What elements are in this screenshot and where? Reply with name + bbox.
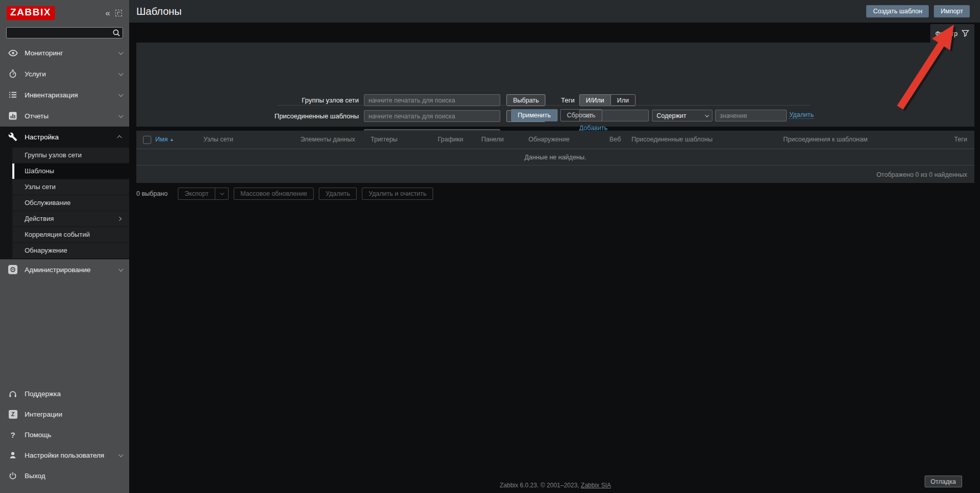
sidebar-item-administration[interactable]: ⚙ Администрирование bbox=[0, 259, 129, 280]
sidebar-item-label: Настройка bbox=[25, 133, 118, 141]
page-title: Шаблоны bbox=[136, 6, 181, 17]
sidebar-item-label: Инвентаризация bbox=[25, 91, 118, 99]
column-header-items: Элементы данных bbox=[300, 136, 355, 143]
delete-and-clear-button[interactable]: Удалить и очистить bbox=[362, 188, 433, 200]
main-content: Шаблоны Создать шаблон Импорт Фильтр Гру… bbox=[129, 0, 980, 493]
bar-chart-icon bbox=[8, 111, 18, 120]
eye-icon bbox=[8, 48, 18, 58]
search-icon[interactable] bbox=[112, 29, 120, 37]
chevron-right-icon bbox=[117, 217, 121, 221]
export-button[interactable]: Экспорт bbox=[178, 188, 215, 199]
host-groups-input[interactable] bbox=[364, 94, 500, 106]
sidebar-item-services[interactable]: Услуги bbox=[0, 64, 129, 85]
sort-asc-icon: ▲ bbox=[170, 137, 174, 142]
column-header-web: Веб bbox=[609, 136, 621, 143]
apply-button[interactable]: Применить bbox=[511, 109, 558, 121]
funnel-icon bbox=[962, 30, 969, 37]
debug-button[interactable]: Отладка bbox=[925, 476, 962, 487]
zabbix-sia-link[interactable]: Zabbix SIA bbox=[581, 482, 611, 489]
sidebar-item-reports[interactable]: Отчеты bbox=[0, 106, 129, 127]
gear-icon: ⚙ bbox=[8, 265, 18, 274]
footer: Zabbix 6.0.23. © 2001–2023, Zabbix SIA bbox=[136, 482, 974, 489]
sidebar-item-support[interactable]: Поддержка bbox=[0, 383, 129, 404]
configuration-section: Настройка Группы узлов сети Шаблоны Узлы… bbox=[0, 127, 129, 259]
chevron-down-icon bbox=[118, 452, 124, 457]
filter-tab-label: Фильтр bbox=[935, 30, 958, 37]
sidebar-item-integrations[interactable]: Z Интеграции bbox=[0, 404, 129, 424]
sidebar-item-label: Мониторинг bbox=[25, 49, 118, 57]
sidebar-item-label: Отчеты bbox=[25, 112, 118, 120]
chevron-down-icon bbox=[118, 266, 124, 272]
table-header-row: Имя▲ Узлы сети Элементы данных Триггеры … bbox=[136, 131, 974, 149]
tag-mode-and-or[interactable]: И/Или bbox=[580, 95, 610, 106]
mass-update-button[interactable]: Массовое обновление bbox=[234, 188, 314, 200]
reset-button[interactable]: Сбросить bbox=[560, 109, 602, 121]
sidebar: ZABBIX « Мониторинг Услуги bbox=[0, 0, 129, 493]
host-groups-label: Группы узлов сети bbox=[259, 94, 359, 106]
tag-value-input[interactable] bbox=[715, 110, 787, 121]
sidebar-item-inventory[interactable]: Инвентаризация bbox=[0, 85, 129, 106]
tag-mode-or[interactable]: Или bbox=[610, 95, 635, 106]
filter-divider bbox=[277, 105, 811, 106]
user-icon bbox=[8, 450, 18, 460]
sidebar-item-label: Услуги bbox=[25, 70, 118, 78]
linked-templates-label: Присоединенные шаблоны bbox=[259, 110, 359, 122]
column-header-linked-to-templates: Присоединения к шаблонам bbox=[783, 136, 868, 143]
hide-sidebar-icon[interactable] bbox=[115, 10, 122, 16]
page-header: Шаблоны Создать шаблон Импорт bbox=[129, 0, 980, 23]
tag-operator-select[interactable]: Содержит bbox=[652, 110, 712, 121]
power-icon bbox=[8, 471, 18, 480]
sidebar-item-label: Администрирование bbox=[25, 266, 118, 274]
sidebar-search-input[interactable] bbox=[6, 27, 123, 38]
sidebar-item-event-correlation[interactable]: Корреляция событий bbox=[12, 227, 129, 243]
collapse-sidebar-icon[interactable]: « bbox=[106, 9, 110, 17]
sidebar-item-maintenance[interactable]: Обслуживание bbox=[12, 195, 129, 211]
sidebar-item-help[interactable]: ? Помощь bbox=[0, 424, 129, 445]
column-header-name[interactable]: Имя▲ bbox=[155, 136, 174, 143]
selected-count: 0 выбрано bbox=[136, 190, 168, 197]
select-all-checkbox[interactable] bbox=[143, 136, 151, 144]
chevron-down-icon bbox=[118, 71, 124, 76]
linked-templates-input[interactable] bbox=[364, 110, 500, 122]
column-header-dashboards: Панели bbox=[481, 136, 504, 143]
chevron-down-icon bbox=[118, 50, 124, 55]
create-template-button[interactable]: Создать шаблон bbox=[866, 5, 929, 17]
column-header-graphs: Графики bbox=[438, 136, 463, 143]
displayed-count: Отображено 0 из 0 найденных bbox=[136, 166, 974, 183]
footer-copyright: Zabbix 6.0.23. © 2001–2023, bbox=[500, 482, 581, 489]
column-header-discovery: Обнаружение bbox=[528, 136, 569, 143]
sidebar-item-actions[interactable]: Действия bbox=[12, 211, 129, 227]
sidebar-item-discovery[interactable]: Обнаружение bbox=[12, 243, 129, 259]
chevron-down-icon bbox=[118, 113, 124, 118]
sidebar-item-monitoring[interactable]: Мониторинг bbox=[0, 43, 129, 64]
import-button[interactable]: Импорт bbox=[934, 5, 970, 17]
chevron-down-icon bbox=[705, 113, 709, 117]
templates-table: Имя▲ Узлы сети Элементы данных Триггеры … bbox=[136, 131, 974, 183]
column-header-linked-templates: Присоединенные шаблоны bbox=[631, 136, 712, 143]
column-header-hosts: Узлы сети bbox=[203, 136, 233, 143]
delete-button[interactable]: Удалить bbox=[319, 188, 357, 200]
question-mark-icon: ? bbox=[8, 430, 18, 439]
sidebar-item-hosts[interactable]: Узлы сети bbox=[12, 179, 129, 195]
table-empty-message: Данные не найдены. bbox=[136, 150, 974, 166]
filter-tab[interactable]: Фильтр bbox=[930, 24, 974, 43]
sidebar-item-host-groups[interactable]: Группы узлов сети bbox=[12, 148, 129, 163]
tag-remove-link[interactable]: Удалить bbox=[789, 111, 814, 119]
tag-filter-mode-toggle: И/Или Или bbox=[579, 94, 636, 106]
sidebar-item-templates[interactable]: Шаблоны bbox=[12, 163, 129, 179]
zabbix-logo[interactable]: ZABBIX bbox=[7, 6, 55, 20]
list-icon bbox=[8, 90, 18, 99]
export-dropdown-button[interactable] bbox=[215, 188, 228, 199]
filter-panel: Группы узлов сети Выбрать Присоединенные… bbox=[136, 43, 974, 127]
host-groups-select-button[interactable]: Выбрать bbox=[506, 94, 545, 106]
sidebar-item-user-settings[interactable]: Настройки пользователя bbox=[0, 445, 129, 465]
wrench-icon bbox=[8, 132, 18, 141]
sidebar-item-sign-out[interactable]: Выход bbox=[0, 465, 129, 486]
headphones-icon bbox=[8, 389, 18, 398]
mass-action-bar: 0 выбрано Экспорт Массовое обновление Уд… bbox=[136, 188, 433, 200]
column-header-tags: Теги bbox=[954, 136, 967, 143]
stopwatch-icon bbox=[8, 69, 18, 78]
chevron-down-icon bbox=[118, 92, 124, 97]
tags-label: Теги bbox=[541, 94, 575, 106]
sidebar-item-configuration[interactable]: Настройка bbox=[0, 127, 129, 148]
